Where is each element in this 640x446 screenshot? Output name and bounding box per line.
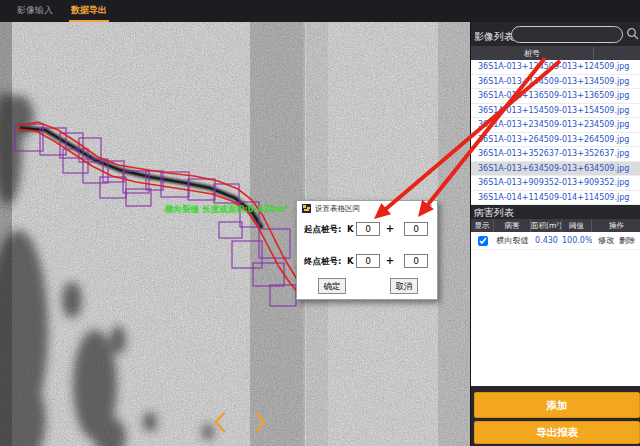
next-image-button[interactable]	[248, 410, 270, 434]
cancel-button[interactable]: 取消	[390, 278, 418, 294]
right-panel: 影像列表 桩号 36S1A-013+124509-013+124509.jpg3…	[470, 22, 640, 446]
app-window: 影像输入 数据导出	[0, 0, 640, 446]
start-stake-km-input[interactable]	[356, 222, 380, 236]
defect-column-header: 操作	[592, 219, 640, 232]
defect-column-header: 病害	[494, 219, 531, 232]
defect-table-header: 显示病害面积(m²)阈值操作	[471, 219, 640, 232]
start-stake-row: 起点桩号: K +	[297, 222, 439, 238]
image-list-title: 影像列表	[474, 30, 514, 44]
delete-link[interactable]: 删除	[619, 235, 635, 246]
defect-visible-checkbox[interactable]	[478, 236, 488, 246]
image-list-header: 桩号	[471, 46, 640, 61]
tab-data-export[interactable]: 数据导出	[69, 0, 109, 22]
ok-button[interactable]: 确定	[318, 278, 346, 294]
topbar: 影像输入 数据导出	[0, 0, 640, 22]
tab-image-input[interactable]: 影像输入	[15, 0, 55, 22]
defect-column-header: 面积(m²)	[531, 219, 562, 232]
modify-link[interactable]: 修改	[598, 235, 614, 246]
dialog-title: 设置表格区间	[315, 204, 360, 214]
list-item[interactable]: 36S1A-013+154509-013+154509.jpg	[471, 104, 640, 119]
defect-list-title: 病害列表	[474, 206, 514, 220]
chevron-left-icon	[210, 410, 232, 434]
list-item[interactable]: 36S1A-013+124509-013+124509.jpg	[471, 60, 640, 75]
defect-column-header: 显示	[471, 219, 494, 232]
image-list: 36S1A-013+124509-013+124509.jpg36S1A-013…	[471, 60, 640, 205]
end-stake-label: 终点桩号:	[304, 256, 341, 268]
search-box[interactable]	[511, 26, 623, 43]
end-plus-sign: +	[385, 255, 395, 266]
start-stake-m-input[interactable]	[404, 222, 428, 236]
add-button[interactable]: 添加	[474, 392, 640, 418]
defect-column-header: 阈值	[562, 219, 592, 232]
start-plus-sign: +	[385, 223, 395, 234]
export-report-button[interactable]: 导出报表	[474, 421, 640, 444]
list-item[interactable]: 36S1A-013+136509-013+136509.jpg	[471, 89, 640, 104]
crack-annotation-label: 横向裂缝 长度或面积:0.430m²	[164, 204, 288, 214]
defect-row: 横向裂缝 0.430 100.0% 修改 删除	[471, 232, 640, 250]
chevron-right-icon	[248, 410, 270, 434]
list-item[interactable]: 36S1A-013+234509-013+234509.jpg	[471, 118, 640, 133]
end-stake-prefix: K	[347, 256, 354, 266]
list-item[interactable]: 36S1A-013+264509-013+264509.jpg	[471, 133, 640, 148]
dialog-title-bar[interactable]: 设置表格区间 ×	[297, 201, 437, 216]
defect-list-title-bar: 病害列表	[471, 205, 640, 219]
close-icon[interactable]: ×	[425, 202, 433, 212]
defect-name: 横向裂缝	[494, 235, 531, 246]
set-table-range-dialog: 设置表格区间 × 起点桩号: K + 终点桩号: K + 确定 取消	[296, 200, 438, 300]
list-item[interactable]: 36S1A-014+114509-014+114509.jpg	[471, 191, 640, 206]
dialog-app-icon	[302, 204, 311, 213]
search-icon[interactable]	[626, 27, 639, 40]
end-stake-row: 终点桩号: K +	[297, 254, 439, 270]
start-stake-label: 起点桩号:	[304, 224, 341, 236]
search-input[interactable]	[512, 32, 622, 47]
list-item[interactable]: 36S1A-013+352637-013+352637.jpg	[471, 147, 640, 162]
defect-table-body: 横向裂缝 0.430 100.0% 修改 删除	[471, 232, 640, 386]
prev-image-button[interactable]	[210, 410, 232, 434]
stake-number-column-header: 桩号	[471, 48, 593, 59]
end-stake-m-input[interactable]	[404, 254, 428, 268]
defect-area: 0.430	[531, 236, 562, 245]
list-item[interactable]: 36S1A-013+634509-013+634509.jpg	[471, 162, 640, 177]
list-item[interactable]: 36S1A-013+909352-013+909352.jpg	[471, 176, 640, 191]
start-stake-prefix: K	[347, 224, 354, 234]
end-stake-km-input[interactable]	[356, 254, 380, 268]
defect-threshold: 100.0%	[562, 236, 592, 245]
list-item[interactable]: 36S1A-013+134509-013+134509.jpg	[471, 75, 640, 90]
